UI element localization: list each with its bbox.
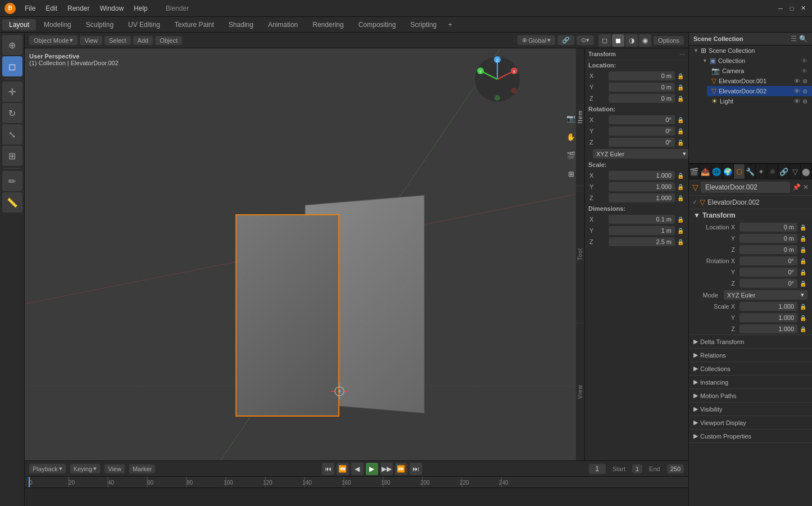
prop-tab-constraints[interactable]: 🔗 xyxy=(778,164,790,179)
object-name-field[interactable]: ElevatorDoor.002 xyxy=(701,182,790,193)
rp-scale-z-val[interactable]: 1.000 xyxy=(740,324,797,333)
dim-y-value[interactable]: 1 m xyxy=(609,226,675,235)
side-tab-item[interactable]: Item xyxy=(576,48,584,186)
rp-loc-x-val[interactable]: 0 m xyxy=(740,223,797,232)
jump-start-btn[interactable]: ⏮ xyxy=(322,463,334,475)
tab-shading[interactable]: Shading xyxy=(222,19,260,30)
start-frame[interactable]: 1 xyxy=(632,464,642,473)
tab-sculpting[interactable]: Sculpting xyxy=(79,19,120,30)
tab-uv-editing[interactable]: UV Editing xyxy=(121,19,167,30)
outliner-item-elevatordoor-002[interactable]: ▽ ElevatorDoor.002 👁 ⊛ xyxy=(707,86,812,96)
menu-help[interactable]: Help xyxy=(129,3,152,13)
menu-file[interactable]: File xyxy=(20,3,40,13)
elevator-door-selected[interactable] xyxy=(235,214,339,417)
rp-rot-x-lock[interactable]: 🔒 xyxy=(799,258,808,264)
select-tool[interactable]: ◻ xyxy=(2,56,22,76)
outliner-item-collection[interactable]: ▼ ▣ Collection 👁 xyxy=(698,56,812,66)
light-filter[interactable]: ⊛ xyxy=(802,98,808,105)
dim-y-lock[interactable]: 🔒 xyxy=(677,228,684,234)
rp-scale-x-val[interactable]: 1.000 xyxy=(740,302,797,311)
rp-scale-y-val[interactable]: 1.000 xyxy=(740,313,797,322)
relations-header[interactable]: ▶ Relations xyxy=(689,349,812,362)
add-menu[interactable]: Add xyxy=(133,36,153,45)
collections-header[interactable]: ▶ Collections xyxy=(689,362,812,375)
prop-tab-material[interactable]: ⬤ xyxy=(801,164,812,179)
scale-y-lock[interactable]: 🔒 xyxy=(677,184,684,190)
prop-tab-world[interactable]: 🌍 xyxy=(723,164,734,179)
tab-modeling[interactable]: Modeling xyxy=(37,19,78,30)
proportional-edit[interactable]: ⊙▾ xyxy=(577,35,594,45)
close-button[interactable]: ✕ xyxy=(799,4,808,13)
elevatordoor001-vis[interactable]: 👁 xyxy=(794,78,800,84)
prop-tab-modifier[interactable]: 🔧 xyxy=(745,164,756,179)
dim-z-value[interactable]: 2.5 m xyxy=(609,237,675,246)
rp-rot-z-val[interactable]: 0° xyxy=(740,279,797,288)
tab-texture-paint[interactable]: Texture Paint xyxy=(168,19,221,30)
side-tab-tool[interactable]: Tool xyxy=(576,186,584,324)
3d-viewport[interactable]: User Perspective (1) Collection | Elevat… xyxy=(25,48,584,460)
end-frame[interactable]: 250 xyxy=(667,464,684,473)
select-menu[interactable]: Select xyxy=(105,36,131,45)
jump-end-btn[interactable]: ⏭ xyxy=(410,463,422,475)
loc-x-lock[interactable]: 🔒 xyxy=(677,73,684,79)
rot-z-lock[interactable]: 🔒 xyxy=(677,139,684,146)
prop-tab-render[interactable]: 🎬 xyxy=(689,164,700,179)
visibility-header[interactable]: ▶ Visibility xyxy=(689,403,812,415)
rp-mode-dropdown[interactable]: XYZ Euler ▾ xyxy=(724,290,808,300)
shading-material[interactable]: ◑ xyxy=(625,34,638,47)
move-tool[interactable]: ✛ xyxy=(2,82,22,102)
view-menu[interactable]: View xyxy=(80,36,102,45)
outliner-item-elevatordoor-001[interactable]: ▽ ElevatorDoor.001 👁 ⊛ xyxy=(707,76,812,86)
step-forward-btn[interactable]: ▶▶ xyxy=(380,463,393,475)
prop-tab-physics[interactable]: ⚛ xyxy=(767,164,778,179)
loc-x-value[interactable]: 0 m xyxy=(609,71,675,80)
rot-x-value[interactable]: 0° xyxy=(609,115,675,124)
rotate-tool[interactable]: ↻ xyxy=(2,103,22,123)
rp-rot-y-val[interactable]: 0° xyxy=(740,268,797,277)
rp-rot-z-lock[interactable]: 🔒 xyxy=(799,281,808,287)
delta-transform-header[interactable]: ▶ Delta Transform xyxy=(689,335,812,348)
elevatordoor002-filter[interactable]: ⊛ xyxy=(802,88,808,95)
light-vis[interactable]: 👁 xyxy=(794,98,800,105)
keying-menu[interactable]: Keying▾ xyxy=(70,464,101,473)
minimize-button[interactable]: ─ xyxy=(776,4,785,13)
elevatordoor002-vis[interactable]: 👁 xyxy=(794,88,800,94)
scene-collection-expand[interactable]: ▼ xyxy=(693,48,698,53)
add-workspace-button[interactable]: + xyxy=(444,19,456,30)
playback-menu[interactable]: Playback▾ xyxy=(29,464,66,473)
collection-vis[interactable]: 👁 xyxy=(801,57,808,64)
tab-layout[interactable]: Layout xyxy=(2,19,36,30)
tab-rendering[interactable]: Rendering xyxy=(306,19,350,30)
rp-loc-z-val[interactable]: 0 m xyxy=(740,245,797,254)
outliner-item-scene-collection[interactable]: ▼ ⊞ Scene Collection xyxy=(689,46,812,56)
loc-z-value[interactable]: 0 m xyxy=(609,94,675,103)
collection-expand[interactable]: ▼ xyxy=(702,58,707,64)
prop-tab-object[interactable]: ⬡ xyxy=(734,164,745,179)
object-pin-btn[interactable]: 📌 xyxy=(792,183,801,191)
marker-menu[interactable]: Marker xyxy=(129,464,155,473)
prop-tab-output[interactable]: 📤 xyxy=(700,164,711,179)
scale-tool[interactable]: ⤡ xyxy=(2,124,22,144)
options-button[interactable]: Options xyxy=(654,36,684,45)
scale-z-lock[interactable]: 🔒 xyxy=(677,195,684,201)
rp-rot-y-lock[interactable]: 🔒 xyxy=(799,269,808,275)
scale-z-value[interactable]: 1.000 xyxy=(609,193,675,202)
snap-toggle[interactable]: 🔗 xyxy=(557,35,574,45)
scale-y-value[interactable]: 1.000 xyxy=(609,182,675,191)
current-frame[interactable]: 1 xyxy=(589,464,606,474)
outliner-item-light[interactable]: ☀ Light 👁 ⊛ xyxy=(707,96,812,106)
menu-render[interactable]: Render xyxy=(63,3,94,13)
rp-scale-y-lock[interactable]: 🔒 xyxy=(799,315,808,321)
outliner-filter-btn[interactable]: ☰ xyxy=(791,35,797,43)
euler-mode-dropdown[interactable]: XYZ Euler ▾ xyxy=(588,149,685,159)
object-close-btn[interactable]: ✕ xyxy=(803,183,809,191)
rp-loc-x-lock[interactable]: 🔒 xyxy=(799,224,808,231)
loc-y-value[interactable]: 0 m xyxy=(609,83,675,92)
loc-z-lock[interactable]: 🔒 xyxy=(677,96,684,102)
tab-scripting[interactable]: Scripting xyxy=(403,19,443,30)
camera-vis[interactable]: 👁 xyxy=(801,67,808,74)
rp-scale-x-lock[interactable]: 🔒 xyxy=(799,304,808,310)
shading-solid[interactable]: ◼ xyxy=(612,34,624,47)
scale-x-lock[interactable]: 🔒 xyxy=(677,173,684,179)
rot-z-value[interactable]: 0° xyxy=(609,138,675,147)
